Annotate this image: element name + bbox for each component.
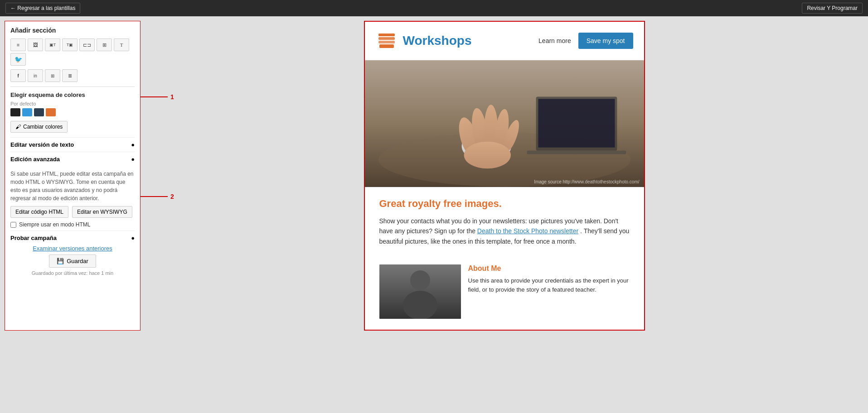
svg-rect-3	[379, 44, 394, 48]
image-caption: Image source http://www.deathtothestockp…	[534, 179, 639, 184]
swatch-blue[interactable]	[22, 108, 32, 116]
section-icon-grid: ≡ 🖼 ▣T T▣ ⊏⊐ ⊞ T 🐦	[10, 38, 135, 66]
swatch-dark-blue[interactable]	[34, 108, 44, 116]
test-campaign-label: Probar campaña	[10, 235, 57, 241]
image-text-block-icon[interactable]: ▣T	[45, 38, 60, 51]
edit-html-button[interactable]: Editar código HTML	[10, 206, 68, 218]
email-body-text: Show your contacts what you do in your n…	[379, 216, 630, 246]
twitter-bird-block-icon[interactable]: 🐦	[10, 53, 26, 66]
edit-wysiwyg-button[interactable]: Editar en WYSIWYG	[72, 206, 132, 218]
linkedin-block-icon[interactable]: in	[28, 69, 43, 82]
edit-buttons-row: Editar código HTML Editar en WYSIWYG	[10, 206, 135, 218]
about-text: Use this area to provide your credential…	[468, 276, 630, 294]
svg-rect-0	[378, 34, 395, 36]
color-default-label: Por defecto	[10, 101, 135, 106]
divider-1	[10, 86, 135, 87]
email-preview: Workshops Learn more Save my spot	[364, 21, 645, 331]
always-html-row: Siempre usar en modo HTML	[10, 221, 135, 228]
color-swatches	[10, 108, 135, 116]
email-nav: Learn more Save my spot	[538, 33, 633, 49]
email-header: Workshops Learn more Save my spot	[365, 22, 644, 60]
svg-rect-2	[378, 41, 395, 43]
svg-point-13	[464, 142, 510, 169]
svg-point-18	[410, 270, 430, 290]
qr-block-icon[interactable]: ⊞	[45, 69, 60, 82]
always-html-label: Siempre usar en modo HTML	[19, 221, 90, 228]
sidebar-panel: Añadir sección ≡ 🖼 ▣T T▣ ⊏⊐ ⊞ T 🐦 f in ⊞…	[5, 21, 141, 331]
add-section-title: Añadir sección	[10, 27, 135, 34]
svg-point-19	[403, 291, 437, 319]
about-heading: About Me	[468, 264, 630, 273]
grid-block-icon[interactable]: ≣	[62, 69, 78, 82]
test-campaign-row[interactable]: Probar campaña ●	[10, 231, 135, 245]
brush-icon: 🖌	[15, 124, 21, 130]
about-image	[379, 264, 461, 319]
svg-rect-15	[538, 99, 615, 147]
person-svg	[379, 264, 461, 319]
about-content: About Me Use this area to provide your c…	[468, 264, 630, 319]
swatch-orange[interactable]	[46, 108, 56, 116]
person-visual	[379, 264, 461, 319]
columns-block-icon[interactable]: ⊏⊐	[79, 38, 95, 51]
test-campaign-arrow-icon: ●	[131, 235, 135, 241]
hero-image-container: Image source http://www.deathtothestockp…	[365, 60, 644, 187]
browse-previous-link[interactable]: Examinar versiones anteriores	[10, 245, 135, 252]
email-content: Great royalty free images. Show your con…	[365, 187, 644, 264]
advanced-description: Si sabe usar HTML, puede editar esta cam…	[10, 170, 135, 202]
twitter-t-block-icon[interactable]: T	[114, 38, 129, 51]
email-logo-text: Workshops	[403, 34, 472, 48]
topbar: ← Regresar a las plantillas Revisar Y Pr…	[0, 0, 868, 16]
save-my-spot-button[interactable]: Save my spot	[578, 33, 633, 49]
email-heading: Great royalty free images.	[379, 198, 630, 210]
advanced-edit-row[interactable]: Edición avanzada ●	[10, 152, 135, 166]
advanced-edit-label: Edición avanzada	[10, 156, 60, 163]
two-col-block-icon[interactable]: ⊞	[97, 38, 112, 51]
text-version-row[interactable]: Editar versión de texto ●	[10, 137, 135, 152]
learn-more-link[interactable]: Learn more	[538, 37, 571, 44]
review-and-schedule-button[interactable]: Revisar Y Programar	[802, 3, 863, 14]
svg-rect-16	[527, 151, 626, 154]
workshops-logo-icon	[376, 30, 398, 52]
text-block-icon[interactable]: ≡	[10, 38, 26, 51]
color-scheme-label: Elegir esquema de colores	[10, 91, 135, 98]
facebook-block-icon[interactable]: f	[10, 69, 26, 82]
svg-rect-1	[378, 37, 395, 40]
last-saved-text: Guardado por última vez: hace 1 min	[10, 270, 135, 276]
image-block-icon[interactable]: 🖼	[28, 38, 43, 51]
email-logo: Workshops	[376, 30, 539, 52]
advanced-edit-arrow-icon: ●	[131, 156, 135, 163]
text-version-label: Editar versión de texto	[10, 141, 74, 148]
change-colors-button[interactable]: 🖌 Cambiar colores	[10, 121, 68, 133]
social-icon-grid: f in ⊞ ≣	[10, 69, 135, 82]
save-sidebar-button[interactable]: 💾 Guardar	[49, 255, 96, 268]
hero-image-svg	[365, 60, 644, 187]
always-html-checkbox[interactable]	[10, 222, 16, 228]
main-layout: Añadir sección ≡ 🖼 ▣T T▣ ⊏⊐ ⊞ T 🐦 f in ⊞…	[0, 16, 868, 335]
two-col-section: About Me Use this area to provide your c…	[365, 264, 644, 330]
swatch-black[interactable]	[10, 108, 20, 116]
hero-hand-mouse-image	[365, 60, 644, 187]
save-icon: 💾	[57, 258, 64, 264]
preview-area: Workshops Learn more Save my spot	[145, 21, 863, 331]
text-image-block-icon[interactable]: T▣	[62, 38, 78, 51]
back-to-templates-button[interactable]: ← Regresar a las plantillas	[5, 3, 80, 14]
text-version-arrow-icon: ●	[131, 141, 135, 148]
stock-photo-link[interactable]: Death to the Stock Photo newsletter	[477, 227, 578, 235]
